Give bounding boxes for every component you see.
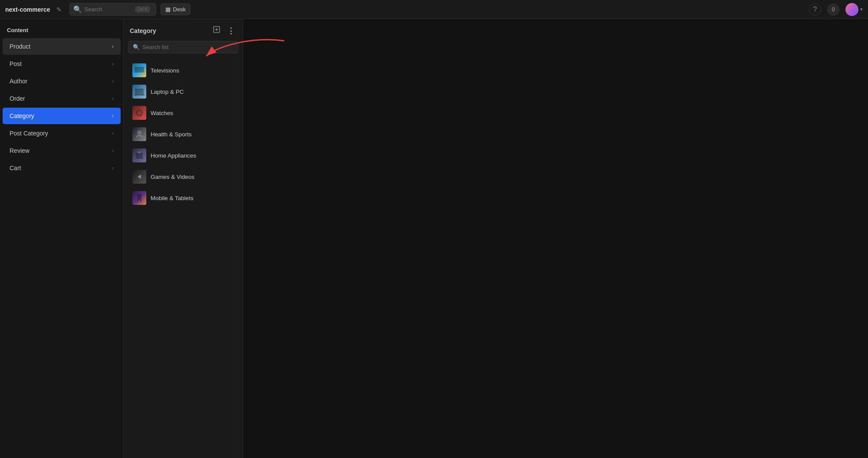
sidebar-item-category[interactable]: Category › <box>3 108 121 124</box>
sidebar-item-author[interactable]: Author › <box>3 73 121 89</box>
category-thumbnail <box>132 106 146 120</box>
chevron-right-icon: › <box>112 96 114 102</box>
svg-rect-3 <box>135 67 144 72</box>
sidebar-item-order[interactable]: Order › <box>3 90 121 107</box>
left-sidebar: Content Product › Post › Author › Order … <box>0 19 124 458</box>
list-item[interactable]: Watches ⬆ ✎ <box>126 102 240 123</box>
category-header-actions: ⋮ <box>211 25 237 36</box>
category-item-name: Mobile & Tablets <box>151 195 221 201</box>
list-item[interactable]: Mobile & Tablets ⬆ ✎ <box>126 188 240 208</box>
sidebar-item-label: Cart <box>10 165 21 171</box>
category-search-input[interactable] <box>142 44 233 50</box>
sidebar-item-label: Review <box>10 147 30 154</box>
desk-icon: ▦ <box>165 6 171 13</box>
sidebar-item-product[interactable]: Product › <box>3 38 121 55</box>
notification-button[interactable]: 0 <box>827 3 839 16</box>
avatar <box>845 3 858 16</box>
brand-name: next-commerce <box>5 6 50 13</box>
category-item-name: Health & Sports <box>151 131 221 138</box>
new-entry-icon[interactable] <box>211 25 222 36</box>
category-header: Category ⋮ <box>124 19 243 41</box>
sidebar-section-label: Content <box>0 19 123 38</box>
chevron-right-icon: › <box>112 148 114 154</box>
edit-icon[interactable]: ✎ <box>229 110 234 116</box>
user-menu[interactable]: ▾ <box>845 3 863 16</box>
main-layout: Content Product › Post › Author › Order … <box>0 19 868 458</box>
category-panel-title: Category <box>130 27 156 34</box>
edit-icon[interactable]: ✎ <box>229 152 234 159</box>
list-item[interactable]: Laptop & PC ⬆ ✎ <box>126 81 240 102</box>
desk-button[interactable]: ▦ Desk <box>161 3 191 15</box>
category-thumbnail <box>132 63 146 77</box>
list-item[interactable]: Health & Sports ⬆ ✎ <box>126 124 240 145</box>
sidebar-item-label: Product <box>10 43 30 50</box>
upload-icon[interactable]: ⬆ <box>221 174 226 180</box>
svg-rect-6 <box>134 94 145 96</box>
sidebar-item-label: Post <box>10 60 22 67</box>
edit-icon[interactable]: ✎ <box>229 89 234 95</box>
sidebar-item-post-category[interactable]: Post Category › <box>3 125 121 142</box>
list-item[interactable]: Home Appliances ⬆ ✎ <box>126 145 240 166</box>
sidebar-item-label: Post Category <box>10 130 48 137</box>
list-item[interactable]: Televisions ⬆ ✎ <box>126 60 240 81</box>
upload-icon[interactable]: ⬆ <box>221 89 226 95</box>
main-content <box>243 19 868 458</box>
notification-count: 0 <box>832 7 835 13</box>
upload-icon[interactable]: ⬆ <box>221 195 226 201</box>
category-search-box[interactable]: 🔍 <box>128 41 238 53</box>
edit-icon[interactable]: ✎ <box>229 174 234 180</box>
upload-icon[interactable]: ⬆ <box>221 131 226 138</box>
search-shortcut: Ctrl K <box>135 6 150 13</box>
search-input[interactable] <box>85 6 132 13</box>
category-thumbnail <box>132 85 146 99</box>
topbar: next-commerce ✎ 🔍 Ctrl K ▦ Desk ? 0 ▾ <box>0 0 868 19</box>
edit-icon[interactable]: ✎ <box>56 6 62 13</box>
category-item-name: Televisions <box>151 67 221 74</box>
chevron-right-icon: › <box>112 43 114 49</box>
chevron-down-icon: ▾ <box>860 7 863 12</box>
svg-rect-14 <box>138 152 141 153</box>
edit-icon[interactable]: ✎ <box>229 131 234 138</box>
category-item-name: Watches <box>151 110 221 116</box>
sidebar-item-post[interactable]: Post › <box>3 56 121 72</box>
upload-icon[interactable]: ⬆ <box>221 110 226 116</box>
svg-point-11 <box>137 130 141 135</box>
category-search-icon: 🔍 <box>133 44 140 50</box>
desk-label: Desk <box>173 6 186 13</box>
more-options-icon[interactable]: ⋮ <box>225 25 237 36</box>
category-thumbnail <box>132 127 146 141</box>
search-icon: 🔍 <box>73 5 82 13</box>
sidebar-item-cart[interactable]: Cart › <box>3 160 121 176</box>
svg-rect-5 <box>135 89 144 94</box>
category-item-name: Home Appliances <box>151 152 221 159</box>
edit-icon[interactable]: ✎ <box>229 67 234 74</box>
category-thumbnail <box>132 148 146 162</box>
sidebar-item-review[interactable]: Review › <box>3 142 121 159</box>
upload-icon[interactable]: ⬆ <box>221 67 226 74</box>
help-button[interactable]: ? <box>809 3 821 16</box>
chevron-right-icon: › <box>112 78 114 84</box>
chevron-right-icon: › <box>112 130 114 136</box>
global-search[interactable]: 🔍 Ctrl K <box>69 3 156 16</box>
sidebar-item-label: Author <box>10 78 27 85</box>
category-thumbnail <box>132 170 146 184</box>
category-item-name: Laptop & PC <box>151 89 221 95</box>
upload-icon[interactable]: ⬆ <box>221 152 226 159</box>
category-thumbnail <box>132 191 146 205</box>
chevron-right-icon: › <box>112 61 114 67</box>
svg-point-9 <box>137 111 141 115</box>
topbar-right: ? 0 ▾ <box>809 3 863 16</box>
list-item[interactable]: Games & Videos ⬆ ✎ <box>126 166 240 187</box>
category-item-name: Games & Videos <box>151 174 221 180</box>
chevron-right-icon: › <box>112 165 114 171</box>
svg-point-18 <box>139 201 140 202</box>
sidebar-item-label: Order <box>10 95 25 102</box>
sidebar-item-label: Category <box>10 112 34 119</box>
category-panel: Category ⋮ 🔍 Televisions <box>124 19 243 458</box>
chevron-right-icon: › <box>112 113 114 119</box>
category-list: Televisions ⬆ ✎ Laptop & PC ⬆ ✎ <box>124 58 243 458</box>
help-icon: ? <box>813 6 817 13</box>
edit-icon[interactable]: ✎ <box>229 195 234 201</box>
svg-rect-13 <box>136 153 143 159</box>
